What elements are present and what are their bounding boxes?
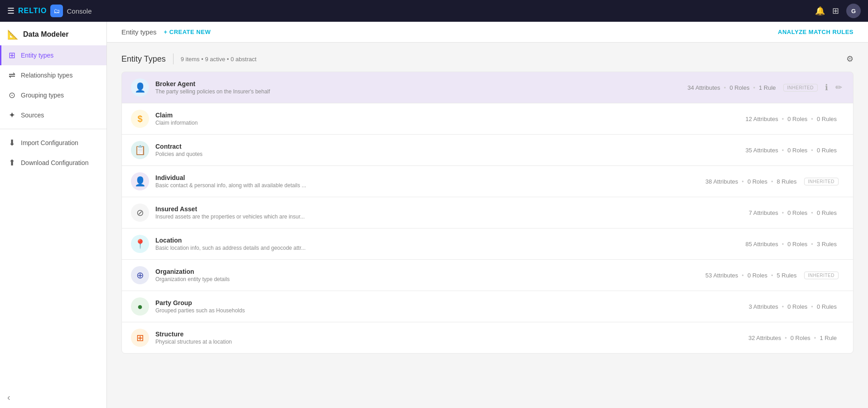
entity-row-party-group[interactable]: ● Party Group Grouped parties such as Ho…	[121, 291, 854, 322]
attributes-count: 32 Attributes	[748, 335, 781, 341]
entity-row-insured-asset[interactable]: ⊘ Insured Asset Insured assets are the p…	[121, 197, 854, 228]
sidebar-item-grouping-types[interactable]: ⊙ Grouping types	[0, 85, 106, 105]
sidebar-label-entity-types: Entity types	[21, 52, 53, 59]
entity-stats-structure: 32 Attributes • 0 Roles • 1 Rule	[748, 335, 837, 341]
entity-icon-broker-agent: 👤	[131, 78, 149, 97]
entity-name-structure: Structure	[155, 330, 748, 338]
dot-2: •	[811, 303, 813, 310]
app-icon-box: 🗂	[50, 5, 63, 17]
create-new-button[interactable]: + CREATE NEW	[164, 29, 211, 35]
entity-actions: ℹ ✏	[823, 81, 844, 94]
dot-2: •	[811, 241, 813, 248]
entity-info-broker-agent: Broker Agent The party selling policies …	[155, 80, 688, 95]
attributes-count: 53 Attributes	[705, 272, 738, 279]
sidebar-bottom: ⬇ Import Configuration ⬆ Download Config…	[0, 133, 106, 180]
entity-row-organization[interactable]: ⊕ Organization Organization entity type …	[121, 259, 854, 291]
entity-row-claim[interactable]: $ Claim Claim information 12 Attributes …	[121, 103, 854, 134]
section-divider	[173, 53, 174, 64]
sidebar-label-relationship-types: Relationship types	[21, 72, 72, 79]
entity-name-contract: Contract	[155, 143, 745, 150]
sidebar: 📐 Data Modeler ⊞ Entity types ⇌ Relation…	[0, 0, 107, 408]
filter-icon[interactable]: ⚙	[846, 54, 854, 64]
roles-count: 0 Roles	[787, 147, 807, 154]
attributes-count: 38 Attributes	[705, 178, 738, 185]
dot-2: •	[753, 84, 755, 91]
inherited-badge: INHERITED	[804, 178, 839, 185]
sidebar-label-grouping-types: Grouping types	[21, 92, 64, 99]
attributes-count: 85 Attributes	[745, 241, 778, 248]
roles-count: 0 Roles	[787, 241, 807, 248]
entity-name-claim: Claim	[155, 112, 745, 119]
avatar[interactable]: G	[846, 4, 861, 18]
entity-row-location[interactable]: 📍 Location Basic location info, such as …	[121, 228, 854, 259]
entity-name-organization: Organization	[155, 268, 705, 275]
sidebar-label-sources: Sources	[21, 112, 44, 119]
page-header-left: Entity types + CREATE NEW	[121, 28, 211, 36]
sidebar-item-relationship-types[interactable]: ⇌ Relationship types	[0, 65, 106, 85]
entity-stats-party-group: 3 Attributes • 0 Roles • 0 Rules	[749, 303, 837, 310]
analyze-match-rules-button[interactable]: ANALYZE MATCH RULES	[778, 29, 854, 35]
entity-row-structure[interactable]: ⊞ Structure Physical structures at a loc…	[121, 322, 854, 354]
roles-count: 0 Roles	[791, 335, 810, 341]
entity-name-party-group: Party Group	[155, 299, 749, 306]
sidebar-item-entity-types[interactable]: ⊞ Entity types	[0, 45, 106, 65]
entity-info-claim: Claim Claim information	[155, 112, 745, 126]
entity-stats-location: 85 Attributes • 0 Roles • 3 Rules	[745, 241, 837, 248]
import-config-icon: ⬇	[9, 138, 15, 148]
entity-name-broker-agent: Broker Agent	[155, 80, 688, 87]
sidebar-nav: ⊞ Entity types ⇌ Relationship types ⊙ Gr…	[0, 45, 106, 387]
sidebar-item-download-configuration[interactable]: ⬆ Download Configuration	[0, 153, 106, 173]
entity-name-location: Location	[155, 237, 745, 244]
entity-stats-contract: 35 Attributes • 0 Roles • 0 Rules	[745, 147, 837, 154]
entity-stats-individual: 38 Attributes • 0 Roles • 8 Rules	[705, 178, 797, 185]
sidebar-label-download-configuration: Download Configuration	[21, 159, 88, 166]
entity-icon-structure: ⊞	[131, 329, 149, 347]
sidebar-item-sources[interactable]: ✦ Sources	[0, 105, 106, 125]
roles-count: 0 Roles	[747, 178, 767, 185]
app-icon: 🗂	[53, 7, 60, 15]
dot-1: •	[782, 303, 784, 310]
notification-icon[interactable]: 🔔	[815, 6, 825, 16]
attributes-count: 35 Attributes	[745, 147, 778, 154]
roles-count: 0 Roles	[747, 272, 767, 279]
relationship-types-icon: ⇌	[9, 70, 15, 80]
sidebar-item-import-configuration[interactable]: ⬇ Import Configuration	[0, 133, 106, 153]
entity-info-structure: Structure Physical structures at a locat…	[155, 330, 748, 345]
grouping-types-icon: ⊙	[9, 90, 15, 100]
attributes-count: 7 Attributes	[749, 209, 778, 216]
inherited-badge: INHERITED	[783, 84, 818, 92]
entity-row-contract[interactable]: 📋 Contract Policies and quotes 35 Attrib…	[121, 134, 854, 165]
rules-count: 1 Rule	[759, 84, 776, 91]
entity-info-location: Location Basic location info, such as ad…	[155, 237, 745, 251]
dot-2: •	[771, 272, 773, 279]
entity-desc-broker-agent: The party selling policies on the Insure…	[155, 88, 688, 95]
topbar: ☰ RELTIO 🗂 Console 🔔 ⊞ G	[0, 0, 868, 22]
dot-1: •	[782, 241, 784, 248]
rules-count: 0 Rules	[817, 209, 837, 216]
menu-icon[interactable]: ☰	[7, 6, 14, 16]
info-button[interactable]: ℹ	[823, 81, 830, 94]
entity-row-broker-agent[interactable]: 👤 Broker Agent The party selling policie…	[121, 72, 854, 103]
entity-info-organization: Organization Organization entity type de…	[155, 268, 705, 282]
create-new-label: + CREATE NEW	[164, 29, 211, 35]
content-area: Entity Types 9 items • 9 active • 0 abst…	[107, 43, 868, 408]
section-header: Entity Types 9 items • 9 active • 0 abst…	[121, 53, 854, 64]
entity-name-insured-asset: Insured Asset	[155, 205, 749, 213]
inherited-badge: INHERITED	[804, 272, 839, 279]
grid-icon[interactable]: ⊞	[832, 6, 839, 16]
topbar-logo: ☰ RELTIO 🗂 Console	[7, 5, 92, 17]
entity-info-insured-asset: Insured Asset Insured assets are the pro…	[155, 205, 749, 220]
entity-desc-structure: Physical structures at a location	[155, 339, 748, 345]
data-modeler-icon: 📐	[7, 29, 19, 40]
dot-1: •	[782, 147, 784, 154]
rules-count: 0 Rules	[817, 303, 837, 310]
edit-button[interactable]: ✏	[834, 81, 844, 94]
download-config-icon: ⬆	[9, 158, 15, 168]
entity-stats-insured-asset: 7 Attributes • 0 Roles • 0 Rules	[749, 209, 837, 216]
entity-info-party-group: Party Group Grouped parties such as Hous…	[155, 299, 749, 314]
sidebar-collapse-button[interactable]: ‹	[0, 387, 106, 408]
entity-row-individual[interactable]: 👤 Individual Basic contact & personal in…	[121, 165, 854, 197]
dot-2: •	[811, 147, 813, 154]
entity-desc-party-group: Grouped parties such as Households	[155, 307, 749, 314]
dot-2: •	[771, 178, 773, 185]
